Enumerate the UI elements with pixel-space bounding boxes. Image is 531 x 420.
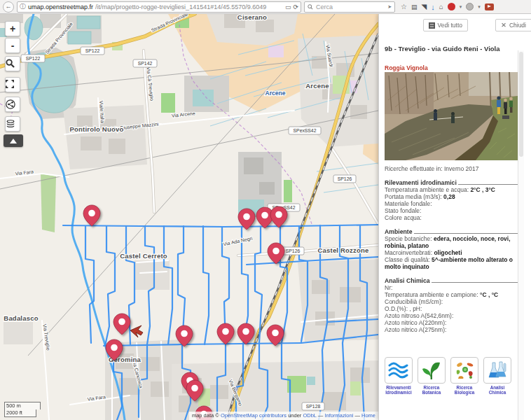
toolbar-icons: ☆ ▤ ◥ ↓ ⌂ ▾ ▾ [401,3,494,11]
svg-text:SP142: SP142 [138,61,153,66]
osm-link[interactable]: OpenStreetMap contributors [221,412,287,419]
close-panel-button[interactable]: ✕ Chiudi [495,19,531,31]
search-icon [6,59,15,68]
scale-metric: 500 m [4,402,41,410]
site-info-icon[interactable]: ⓘ [20,2,26,11]
link-label: Analisi Chimica [483,385,511,395]
pocket-icon[interactable]: ▤ [411,4,418,10]
close-label: Chiudi [509,22,526,29]
feature-panel: Vedi tutto ✕ Chiudi 9b - Treviglio - via… [378,14,531,420]
svg-text:SP122: SP122 [85,48,100,53]
share-icon [6,99,15,109]
research-links: Rilevamenti Idrodinamici Ricerca Botanic… [385,357,525,395]
account-caret-icon[interactable]: ▾ [478,4,481,10]
svg-text:Pontirolo Nuovo: Pontirolo Nuovo [70,125,124,133]
svg-text:Castel Cerreto: Castel Cerreto [120,252,167,260]
svg-text:SP126: SP126 [338,176,352,181]
svg-text:SPexSS42: SPexSS42 [294,128,317,133]
link-label: Ricerca Botanica [418,385,446,395]
umap-window: ← ⓘ umap.openstreetmap.fr /it/map/proget… [0,0,531,420]
svg-text:Castel Rozzone: Castel Rozzone [317,246,368,254]
adblock-icon[interactable] [448,3,455,10]
info-link[interactable]: Informazioni [324,412,353,419]
odbl-link[interactable]: ODbL [303,412,316,419]
collapse-controls-button[interactable] [4,134,23,147]
photo-image [385,72,518,160]
svg-text:Arcene: Arcene [305,82,329,90]
browser-toolbar: ← ⓘ umap.openstreetmap.fr /it/map/proget… [0,0,531,14]
bookmark-star-icon[interactable]: ☆ [401,3,407,10]
scrollbar-thumb[interactable] [519,52,523,157]
search-icon [308,4,313,10]
flasks-icon [487,360,508,380]
section-chimica: Analisi Chimica Nr: Temperatura ambiente… [385,276,519,333]
plant-icon [422,360,441,380]
link-biologica[interactable]: Ricerca Biologica [450,357,478,395]
layers-icon [6,119,15,129]
scale-imperial: 2000 ft [4,410,36,417]
url-path: /it/map/progetto-rogge-trevigliesi_14154… [95,4,283,10]
zoom-out-button[interactable]: - [5,38,20,53]
video-downloader-icon[interactable] [485,4,494,10]
svg-text:SP122: SP122 [26,56,41,61]
section-heading: Analisi Chimica [385,277,430,284]
section-ambiente: Ambiente Specie botaniche: edera, noccio… [385,227,519,270]
section-hydro: Rilevamenti idrodinamici Temperatura amb… [385,178,519,221]
map-attribution: map data © OpenStreetMap contributors un… [189,412,378,420]
svg-text:Arcene: Arcene [266,90,286,97]
downloads-icon[interactable]: ↓ [431,3,435,11]
url-domain: umap.openstreetmap.fr [28,4,93,10]
waves-icon [388,361,409,379]
feature-title: 9b - Treviglio - via Guido Reni - Viola [385,45,500,52]
feature-photo[interactable] [385,72,518,160]
fullscreen-button[interactable] [5,77,20,92]
feature-subtitle: Roggia Vignola [385,64,428,71]
research-line: Ricerche effettuate in: Inverno 2017 [385,165,519,172]
link-chimica[interactable]: Analisi Chimica [483,357,511,395]
link-botanica[interactable]: Ricerca Botanica [418,357,446,395]
feature-details: Ricerche effettuate in: Inverno 2017 Ril… [385,165,519,333]
map-tiles: Strada Provinciale Strada Provinciale Vi… [0,14,378,420]
home-icon[interactable]: ⌂ [439,3,443,10]
fullscreen-icon [6,80,14,88]
account-icon[interactable] [466,3,474,10]
link-idrodinamici[interactable]: Rilevamenti Idrodinamici [385,357,413,395]
back-button[interactable]: ← [3,1,14,13]
link-label: Ricerca Biologica [450,385,478,395]
layers-button[interactable] [5,116,20,132]
microorganisms-icon [455,360,474,380]
map-search-button[interactable] [5,56,20,71]
section-heading: Ambiente [385,228,413,235]
svg-text:Badalasco: Badalasco [4,314,38,322]
panel-scrollbar[interactable] [518,50,524,420]
search-input[interactable]: Cerca ➤ [304,1,395,13]
link-label: Rilevamenti Idrodinamici [385,385,413,395]
close-icon: ✕ [501,22,506,29]
svg-text:Ciserano: Ciserano [237,14,267,21]
svg-text:SP126: SP126 [286,248,301,253]
section-heading: Rilevamenti idrodinamici [385,179,457,186]
search-go-icon[interactable]: ➤ [387,4,392,10]
map-canvas[interactable]: Strada Provinciale Strada Provinciale Vi… [0,14,378,420]
view-all-label: Vedi tutto [438,22,462,29]
share-button[interactable] [5,97,20,112]
svg-text:SP128: SP128 [306,404,321,409]
scale-bar: 500 m 2000 ft [4,402,41,417]
reload-icon[interactable]: ⟳ [293,4,298,10]
view-all-button[interactable]: Vedi tutto [423,19,468,31]
reader-mode-icon[interactable]: ▭ [285,4,291,10]
search-placeholder: Cerca [316,4,385,10]
home-link[interactable]: Home [361,412,375,419]
list-icon [429,22,435,29]
adblock-caret-icon[interactable]: ▾ [460,4,462,10]
zoom-in-button[interactable]: + [5,21,20,36]
shield-icon[interactable]: ◥ [421,3,427,10]
attribution-text: map data © [192,412,221,419]
address-bar[interactable]: ⓘ umap.openstreetmap.fr /it/map/progetto… [17,1,301,13]
